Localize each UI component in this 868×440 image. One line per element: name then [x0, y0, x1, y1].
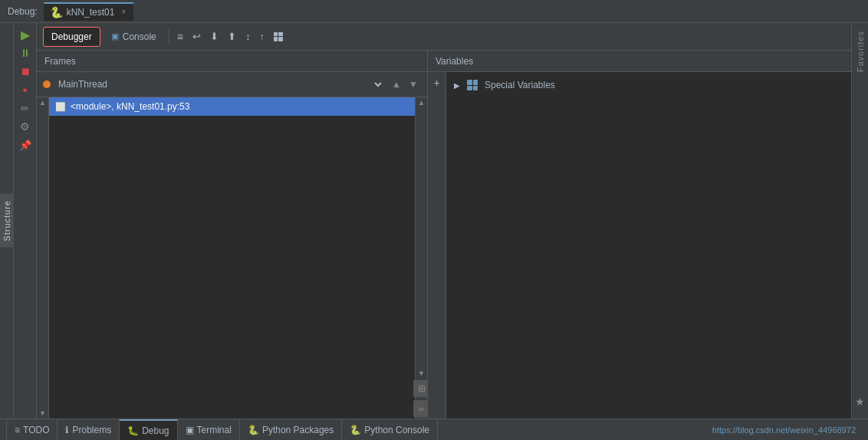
grid-visual [274, 32, 283, 41]
python-console-icon: 🐍 [350, 425, 361, 435]
debug-label: Debug: [8, 6, 38, 17]
status-debug[interactable]: 🐛 Debug [120, 419, 177, 440]
status-url[interactable]: https://blog.csdn.net/weixin_44968972 [706, 425, 862, 435]
panels-row: Frames MainThread ▲ ▼ ▲ [37, 51, 851, 419]
thread-selector: MainThread ▲ ▼ [37, 72, 427, 97]
python-console-label: Python Console [364, 425, 429, 435]
pause-btn[interactable]: ⏸ [17, 44, 34, 61]
toolbar-step-out-icon[interactable]: ⬆ [225, 28, 239, 45]
expand-icon: ▶ [454, 81, 460, 90]
thread-up-btn[interactable]: ▲ [389, 77, 404, 92]
debug-label: Debug [142, 425, 169, 436]
frame-item[interactable]: ⬜ <module>, kNN_test01.py:53 [49, 97, 415, 116]
toolbar-grid-icon[interactable] [271, 29, 286, 44]
python-icon: 🐍 [50, 6, 63, 18]
status-problems[interactable]: ℹ Problems [58, 419, 120, 440]
variables-title: Variables [436, 56, 473, 67]
thread-status-dot [43, 80, 51, 88]
edit-btn[interactable]: ✏ [17, 100, 34, 117]
debug-icon: 🐛 [127, 425, 139, 436]
status-todo[interactable]: ≡ TODO [6, 419, 58, 440]
var-toolbar: + [428, 72, 446, 419]
main-content: Structure ▶ ⏸ ⏹ ● ✏ ⚙ 📌 Debugger ▣ Conso… [0, 23, 868, 419]
scroll-down-btn[interactable]: ▼ [38, 408, 48, 419]
variables-panel: Variables + ▶ [428, 51, 851, 419]
console-label: Console [123, 31, 156, 42]
scroll-up-btn[interactable]: ▲ [38, 97, 48, 108]
pin-btn[interactable]: 📌 [17, 136, 34, 153]
frames-header: Frames [37, 51, 427, 72]
frames-title: Frames [44, 56, 76, 67]
right-scroll: ▲ ▼ ⊞ ∞ [415, 97, 427, 419]
frames-content: ⬜ <module>, kNN_test01.py:53 [49, 97, 415, 419]
scroll-down-right-btn[interactable]: ▼ [416, 368, 427, 379]
variables-content: + ▶ Special Variables [428, 72, 851, 419]
special-variables-label: Special Variables [485, 80, 555, 90]
variables-header: Variables [428, 51, 851, 72]
favorites-label: Favorites [856, 31, 865, 72]
status-bar: ≡ TODO ℹ Problems 🐛 Debug ▣ Terminal 🐍 P… [0, 419, 868, 440]
debugger-btn[interactable]: Debugger [43, 27, 100, 47]
favorites-star-icon[interactable]: ★ [852, 392, 868, 411]
add-variable-btn[interactable]: + [432, 75, 441, 90]
variables-inner: ▶ Special Variables [446, 72, 851, 419]
stop-btn[interactable]: ⏹ [17, 63, 34, 80]
close-tab-icon[interactable]: × [121, 8, 126, 16]
frames-panel: Frames MainThread ▲ ▼ ▲ [37, 51, 428, 419]
status-python-console[interactable]: 🐍 Python Console [342, 419, 438, 440]
special-variables-item[interactable]: ▶ Special Variables [452, 77, 845, 94]
terminal-label: Terminal [197, 425, 232, 435]
todo-label: TODO [23, 425, 49, 435]
thread-dropdown[interactable]: MainThread [55, 78, 384, 90]
toolbar-step-over-icon[interactable]: ↩ [189, 28, 204, 45]
python-packages-icon: 🐍 [248, 425, 259, 435]
toolbar: Debugger ▣ Console ≡ ↩ ⬇ ⬆ ↕ ↑ [37, 23, 851, 51]
terminal-icon: ▣ [186, 425, 194, 435]
python-packages-label: Python Packages [262, 425, 334, 435]
grid-var-icon [467, 80, 478, 90]
status-python-packages[interactable]: 🐍 Python Packages [240, 419, 342, 440]
copy-icon[interactable]: ⊞ [413, 380, 428, 397]
left-sidebar: ▶ ⏸ ⏹ ● ✏ ⚙ 📌 [14, 23, 37, 419]
separator-1 [169, 29, 169, 44]
toolbar-run-cursor-icon[interactable]: ↕ [242, 28, 254, 45]
settings-btn[interactable]: ⚙ [17, 118, 34, 135]
thread-down-btn[interactable]: ▼ [406, 77, 421, 92]
resume-btn[interactable]: ▶ [17, 26, 34, 43]
console-btn[interactable]: ▣ Console [104, 27, 164, 47]
thread-nav: ▲ ▼ [389, 77, 421, 92]
title-bar: Debug: 🐍 kNN_test01 × [0, 0, 868, 23]
infinite-icon[interactable]: ∞ [413, 400, 428, 417]
todo-icon: ≡ [15, 425, 20, 435]
problems-icon: ℹ [65, 425, 69, 435]
frame-module-icon: ⬜ [55, 102, 66, 112]
scroll-up-right-btn[interactable]: ▲ [416, 97, 427, 108]
debugger-label: Debugger [51, 31, 92, 42]
record-btn[interactable]: ● [17, 81, 34, 98]
tab-knn-test[interactable]: 🐍 kNN_test01 × [44, 2, 134, 21]
problems-label: Problems [72, 425, 111, 435]
structure-sidebar: Structure [0, 23, 14, 419]
toolbar-evaluate-icon[interactable]: ↑ [256, 28, 268, 45]
toolbar-step-into-icon[interactable]: ⬇ [207, 28, 222, 45]
structure-label[interactable]: Structure [0, 194, 14, 248]
debug-panel: Debugger ▣ Console ≡ ↩ ⬇ ⬆ ↕ ↑ [37, 23, 851, 419]
url-text: https://blog.csdn.net/weixin_44968972 [712, 425, 856, 435]
left-scroll: ▲ ▼ [37, 97, 49, 419]
toolbar-menu-icon[interactable]: ≡ [174, 28, 186, 46]
frame-text: <module>, kNN_test01.py:53 [71, 101, 189, 112]
status-terminal[interactable]: ▣ Terminal [178, 419, 240, 440]
tab-name: kNN_test01 [67, 7, 115, 18]
favorites-sidebar: Favorites ★ [851, 23, 868, 419]
